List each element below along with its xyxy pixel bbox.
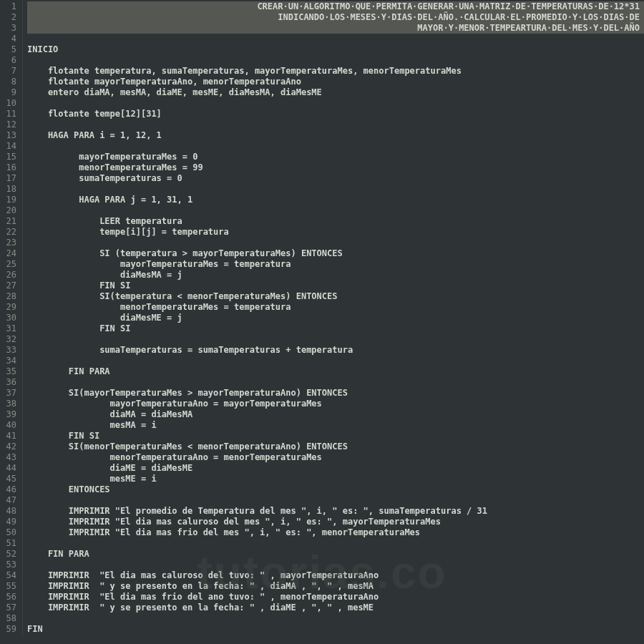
code-line [27,356,644,366]
code-line: FIN SI [27,431,644,441]
line-number: 15 [3,152,16,162]
line-number: 38 [3,399,16,409]
line-number: 59 [3,624,16,635]
line-number: 18 [3,184,16,195]
line-number: 35 [3,366,16,377]
code-line: mayorTemperaturaMes = temperatura [27,259,644,270]
line-number: 45 [3,474,16,484]
line-number: 34 [3,356,16,366]
code-line: sumaTemperaturas = 0 [27,173,644,184]
code-line: FIN SI [27,323,644,334]
line-number: 43 [3,452,16,463]
line-number: 14 [3,141,16,152]
line-number: 33 [3,345,16,356]
line-number: 49 [3,517,16,527]
code-line: IMPRIMIR "El dia mas frio del ano tuvo: … [27,592,644,602]
code-area: CREAR·UN·ALGORITMO·QUE·PERMITA·GENERAR·U… [23,0,644,636]
code-line: IMPRIMIR "El dia mas caluroso del mes ",… [27,517,644,527]
code-line: entero diaMA, mesMA, diaME, mesME, diaMe… [27,87,644,98]
line-number: 29 [3,302,16,313]
line-number: 3 [3,23,16,34]
line-number: 47 [3,495,16,506]
code-line: mayorTemperaturaAno = mayorTemperaturaMe… [27,399,644,409]
code-editor: 1234567891011121314151617181920212223242… [0,0,644,636]
line-number: 27 [3,280,16,291]
code-line: mesME = i [27,474,644,484]
line-number: 39 [3,409,16,420]
code-line [27,538,644,549]
code-line: LEER temperatura [27,216,644,227]
line-number: 8 [3,77,16,87]
code-line: diaMesME = j [27,313,644,323]
code-line [27,34,644,44]
code-line: flotante temperatura, sumaTemperaturas, … [27,66,644,77]
line-number: 36 [3,377,16,388]
line-number: 25 [3,259,16,270]
code-line: FIN PARA [27,366,644,377]
line-number: 16 [3,162,16,173]
line-number: 54 [3,570,16,581]
code-line: diaMesMA = j [27,270,644,280]
line-number: 41 [3,431,16,441]
line-number: 24 [3,248,16,259]
code-line: mesMA = i [27,420,644,431]
code-line: SI(mayorTemperaturaMes > mayorTemperatur… [27,388,644,399]
code-line: menorTemperaturaMes = temperatura [27,302,644,313]
code-line [27,141,644,152]
line-number: 13 [3,130,16,141]
line-number: 48 [3,506,16,517]
line-number: 4 [3,34,16,44]
code-line: flotante mayorTemperaturaAno, menorTempe… [27,77,644,87]
line-number: 12 [3,119,16,130]
line-number: 46 [3,484,16,495]
code-line [27,334,644,345]
code-line: SI(temperatura < menorTemperaturaMes) EN… [27,291,644,302]
line-number: 51 [3,538,16,549]
line-number: 6 [3,55,16,66]
code-line [27,560,644,570]
code-line [27,613,644,624]
line-number: 56 [3,592,16,602]
line-number: 58 [3,613,16,624]
code-line: SI (temperatura > mayorTemperaturaMes) E… [27,248,644,259]
code-line: diaMA = diaMesMA [27,409,644,420]
line-number: 11 [3,109,16,119]
code-line: IMPRIMIR " y se presento en la fecha: " … [27,581,644,592]
code-line [27,495,644,506]
line-number: 28 [3,291,16,302]
line-number: 7 [3,66,16,77]
code-line [27,184,644,195]
code-line [27,98,644,109]
line-number: 30 [3,313,16,323]
code-line: FIN [27,624,644,635]
line-number: 57 [3,602,16,613]
code-line [27,205,644,216]
code-line: IMPRIMIR " y se presento en la fecha: " … [27,602,644,613]
code-line [27,238,644,248]
line-number: 53 [3,560,16,570]
code-line: INDICANDO·LOS·MESES·Y·DIAS·DEL·AÑO.·CALC… [27,12,644,23]
line-number: 55 [3,581,16,592]
line-number: 20 [3,205,16,216]
code-line: FIN SI [27,280,644,291]
code-line: sumaTemperaturas = sumaTemperaturas + te… [27,345,644,356]
code-line: menorTemperaturaAno = menorTemperaturaMe… [27,452,644,463]
line-number: 17 [3,173,16,184]
code-line: IMPRIMIR "El dia mas frio del mes ", i, … [27,527,644,538]
code-line: menorTemperaturaMes = 99 [27,162,644,173]
code-line: IMPRIMIR "El dia mas caluroso del tuvo: … [27,570,644,581]
line-number: 50 [3,527,16,538]
code-line: HAGA PARA i = 1, 12, 1 [27,130,644,141]
code-line: SI(menorTemperaturaMes < menorTemperatur… [27,441,644,452]
code-line: HAGA PARA j = 1, 31, 1 [27,195,644,205]
line-number: 21 [3,216,16,227]
code-line: ENTONCES [27,484,644,495]
line-number: 9 [3,87,16,98]
line-number: 1 [3,1,16,12]
line-number: 37 [3,388,16,399]
code-line: tempe[i][j] = temperatura [27,227,644,238]
code-line [27,55,644,66]
code-line [27,377,644,388]
line-number: 23 [3,238,16,248]
line-number: 32 [3,334,16,345]
